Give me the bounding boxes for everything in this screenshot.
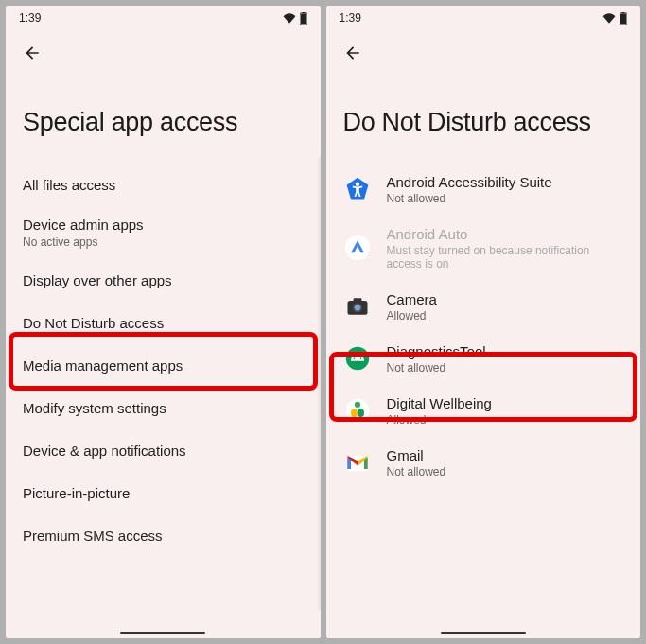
- wifi-icon: [283, 13, 296, 24]
- app-name: Digital Wellbeing: [387, 395, 624, 411]
- accessibility-icon: [343, 175, 372, 203]
- app-name: Camera: [387, 291, 624, 307]
- svg-point-20: [358, 409, 364, 417]
- status-icons: [283, 12, 307, 25]
- page-title: Special app access: [6, 70, 321, 164]
- app-digital-wellbeing[interactable]: Digital WellbeingAllowed: [326, 385, 641, 437]
- header: [326, 28, 641, 70]
- svg-point-13: [353, 357, 355, 359]
- svg-point-11: [354, 305, 359, 310]
- app-status: Allowed: [387, 309, 624, 322]
- app-status: Allowed: [387, 413, 624, 426]
- app-diagnostics-tool[interactable]: DiagnosticsToolNot allowed: [326, 333, 641, 385]
- page-title: Do Not Disturb access: [326, 70, 641, 164]
- svg-rect-4: [622, 12, 625, 14]
- item-device-app-notifications[interactable]: Device & app notifications: [6, 429, 321, 472]
- app-accessibility-suite[interactable]: Android Accessibility SuiteNot allowed: [326, 164, 641, 216]
- svg-rect-2: [301, 14, 306, 24]
- wifi-icon: [602, 13, 616, 24]
- svg-point-6: [355, 183, 358, 186]
- left-screen: 1:39 Special app access All files access…: [6, 6, 321, 638]
- svg-rect-5: [620, 14, 626, 24]
- status-bar: 1:39: [326, 6, 641, 28]
- list-sub: No active apps: [23, 235, 304, 249]
- status-time: 1:39: [340, 11, 361, 25]
- app-status: Must stay turned on because notification…: [387, 244, 624, 270]
- right-screen: 1:39 Do Not Disturb access Android Acces…: [326, 6, 641, 638]
- header: [6, 28, 321, 70]
- app-name: Android Auto: [387, 226, 624, 242]
- app-status: Not allowed: [387, 192, 624, 205]
- android-auto-icon: [343, 234, 372, 262]
- svg-rect-9: [353, 298, 361, 302]
- status-icons: [602, 12, 627, 25]
- battery-icon: [620, 12, 627, 25]
- svg-point-7: [344, 235, 369, 260]
- item-picture-in-picture[interactable]: Picture-in-picture: [6, 472, 321, 514]
- list-label: Media management apps: [23, 357, 304, 374]
- svg-rect-1: [302, 12, 305, 14]
- app-list: Android Accessibility SuiteNot allowed A…: [326, 164, 641, 638]
- app-status: Not allowed: [387, 465, 624, 479]
- arrow-left-icon: [23, 44, 42, 62]
- wellbeing-icon: [343, 396, 372, 425]
- android-head-icon: [343, 344, 372, 373]
- svg-point-14: [359, 357, 361, 359]
- back-button[interactable]: [336, 36, 370, 70]
- scroll-edge: [317, 157, 321, 610]
- app-name: DiagnosticsTool: [387, 343, 624, 359]
- item-premium-sms-access[interactable]: Premium SMS access: [6, 514, 321, 557]
- app-status: Not allowed: [387, 361, 624, 374]
- list-label: Device admin apps: [23, 217, 304, 233]
- list-label: Device & app notifications: [23, 443, 304, 459]
- list-label: Display over other apps: [23, 272, 304, 288]
- arrow-left-icon: [343, 44, 362, 62]
- item-display-over-apps[interactable]: Display over other apps: [6, 259, 321, 302]
- list-label: Do Not Disturb access: [23, 315, 304, 331]
- back-button[interactable]: [15, 36, 49, 70]
- nav-indicator[interactable]: [120, 632, 205, 634]
- item-modify-system-settings[interactable]: Modify system settings: [6, 387, 321, 429]
- app-gmail[interactable]: GmailNot allowed: [326, 437, 641, 489]
- list-label: Premium SMS access: [23, 528, 304, 544]
- gmail-icon: [343, 448, 372, 477]
- item-device-admin-apps[interactable]: Device admin appsNo active apps: [6, 206, 321, 259]
- list-label: Modify system settings: [23, 400, 304, 416]
- svg-point-19: [351, 409, 358, 417]
- list-label: Picture-in-picture: [23, 485, 304, 501]
- battery-icon: [300, 12, 307, 25]
- app-name: Gmail: [387, 447, 624, 463]
- app-name: Android Accessibility Suite: [387, 174, 624, 190]
- status-time: 1:39: [19, 11, 41, 25]
- list-label: All files access: [23, 177, 304, 193]
- status-bar: 1:39: [6, 6, 321, 28]
- item-all-files-access[interactable]: All files access: [6, 164, 321, 206]
- settings-list: All files access Device admin appsNo act…: [6, 164, 321, 638]
- app-camera[interactable]: CameraAllowed: [326, 281, 641, 333]
- nav-indicator[interactable]: [441, 632, 526, 634]
- svg-point-18: [354, 402, 359, 408]
- app-android-auto: Android AutoMust stay turned on because …: [326, 216, 641, 281]
- item-do-not-disturb-access[interactable]: Do Not Disturb access: [6, 302, 321, 344]
- camera-icon: [343, 292, 372, 321]
- item-media-management-apps[interactable]: Media management apps: [6, 344, 321, 387]
